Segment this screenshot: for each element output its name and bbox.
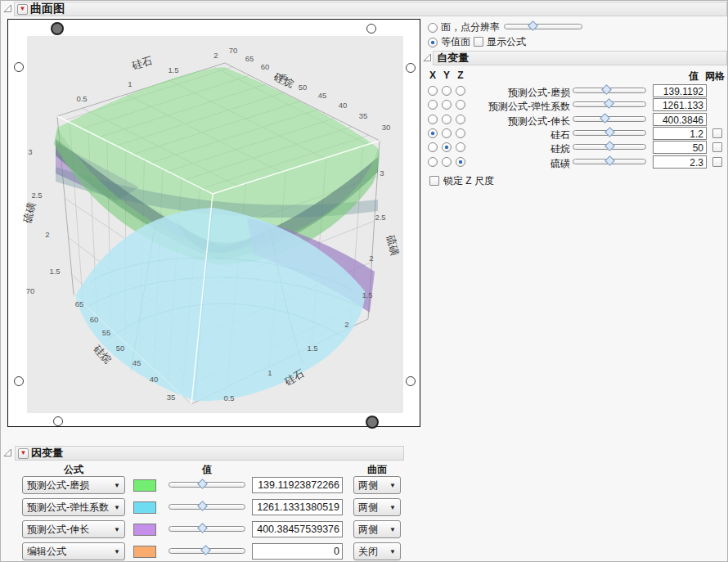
disclosure-triangle[interactable] <box>3 4 12 13</box>
z-radio[interactable] <box>456 86 465 96</box>
formula-dropdown[interactable]: 预测公式-伸长 ▼ <box>22 520 125 538</box>
red-triangle-menu-button[interactable]: ▼ <box>17 4 28 15</box>
lock-z-checkbox[interactable] <box>429 176 439 186</box>
dependent-disclosure-triangle[interactable] <box>3 448 12 457</box>
dependent-value-box[interactable]: 1261.1331380519 <box>252 499 343 515</box>
show-formula-checkbox[interactable] <box>474 37 483 47</box>
dependent-formula-row: 预测公式-弹性系数 ▼ 1261.1331380519 两侧 ▼ <box>1 498 420 518</box>
formula-dropdown-label: 预测公式-磨损 <box>27 479 110 492</box>
col-header-formula: 公式 <box>22 463 125 477</box>
plot-handle-left-upper[interactable] <box>14 62 24 72</box>
svg-text:2.5: 2.5 <box>375 213 385 222</box>
surface-color-swatch[interactable] <box>133 501 156 514</box>
variable-value-box[interactable]: 1261.133 <box>653 98 707 111</box>
x-radio[interactable] <box>428 128 438 138</box>
variable-value-box[interactable]: 1.2 <box>653 127 707 140</box>
dependent-value-slider[interactable] <box>169 479 245 491</box>
y-radio[interactable] <box>442 115 452 124</box>
variable-slider[interactable] <box>573 85 646 97</box>
variable-value-box[interactable]: 400.3846 <box>653 113 707 126</box>
grid-checkbox[interactable] <box>712 157 722 167</box>
plot-handle-left-lower[interactable] <box>14 376 24 386</box>
svg-text:1.5: 1.5 <box>362 290 372 299</box>
red-triangle-icon: ▼ <box>20 450 27 456</box>
svg-text:3: 3 <box>28 147 32 156</box>
x-radio[interactable] <box>428 100 438 110</box>
col-header-z: Z <box>455 70 466 81</box>
variable-label: 硅石 <box>470 128 570 142</box>
z-radio[interactable] <box>456 128 465 138</box>
surface-mode-dropdown[interactable]: 两侧 ▼ <box>353 476 401 494</box>
z-radio[interactable] <box>456 100 465 110</box>
independent-disclosure-triangle[interactable] <box>423 53 432 62</box>
surface-mode-label: 关闭 <box>358 545 386 559</box>
y-radio[interactable] <box>442 157 452 167</box>
dependent-value-slider[interactable] <box>169 501 245 513</box>
plot-handle-right-upper[interactable] <box>406 63 416 73</box>
isosurface-radio[interactable] <box>428 38 438 47</box>
variable-slider[interactable] <box>573 156 646 168</box>
surface-mode-dropdown[interactable]: 两侧 ▼ <box>353 498 401 516</box>
dependent-section-title: 因变量 <box>31 446 63 461</box>
resolution-radio[interactable] <box>428 23 438 33</box>
z-radio[interactable] <box>456 115 465 124</box>
surface-mode-dropdown[interactable]: 两侧 ▼ <box>353 520 401 538</box>
dependent-value-box[interactable]: 0 <box>252 543 343 560</box>
formula-dropdown-label: 预测公式-弹性系数 <box>27 501 110 515</box>
y-radio[interactable] <box>442 100 452 110</box>
svg-text:1.5: 1.5 <box>307 344 317 353</box>
z-radio[interactable] <box>456 142 465 152</box>
variable-slider[interactable] <box>573 128 646 139</box>
x-radio[interactable] <box>428 115 438 124</box>
plot-handle-bottom-left[interactable] <box>53 416 63 426</box>
svg-text:50: 50 <box>299 83 308 92</box>
y-radio[interactable] <box>442 128 452 138</box>
x-radio[interactable] <box>428 86 438 96</box>
x-radio[interactable] <box>428 157 438 167</box>
plot-handle-right-lower[interactable] <box>406 376 416 386</box>
svg-text:70: 70 <box>229 46 238 55</box>
plot-handle-filled-top-left[interactable] <box>51 22 64 35</box>
svg-text:0.5: 0.5 <box>223 393 234 402</box>
surface-color-swatch[interactable] <box>133 524 156 536</box>
variable-slider[interactable] <box>573 99 646 110</box>
surface-mode-dropdown[interactable]: 关闭 ▼ <box>353 542 401 560</box>
surface-color-swatch[interactable] <box>133 546 156 558</box>
variable-slider[interactable] <box>573 114 646 125</box>
chevron-down-icon: ▼ <box>389 526 396 533</box>
slider-thumb[interactable] <box>604 141 615 151</box>
dependent-value-slider[interactable] <box>169 546 245 557</box>
dependent-value-box[interactable]: 139.11923872266 <box>252 477 343 493</box>
resolution-label: 面，点分辨率 <box>441 20 500 34</box>
variable-value-box[interactable]: 2.3 <box>653 155 707 169</box>
surface-plot-3d[interactable]: 0.511.52硅石706560555045403530硅烷32.521.5硫磺… <box>8 20 420 426</box>
dependent-value-box[interactable]: 400.38457539376 <box>252 521 343 537</box>
variable-slider[interactable] <box>573 142 646 153</box>
svg-text:60: 60 <box>261 62 270 71</box>
formula-dropdown[interactable]: 编辑公式 ▼ <box>22 542 125 560</box>
slider-thumb[interactable] <box>604 98 614 109</box>
plot-handle-top-right[interactable] <box>366 24 376 34</box>
formula-dropdown-label: 编辑公式 <box>27 545 110 559</box>
variable-value-box[interactable]: 50 <box>653 141 707 154</box>
svg-text:1: 1 <box>128 79 132 88</box>
y-radio[interactable] <box>442 142 452 152</box>
grid-checkbox[interactable] <box>712 128 722 138</box>
independent-section-title: 自变量 <box>437 51 469 65</box>
z-radio[interactable] <box>456 157 465 167</box>
dependent-red-triangle-menu-button[interactable]: ▼ <box>18 448 29 459</box>
formula-dropdown[interactable]: 预测公式-磨损 ▼ <box>22 476 125 494</box>
variable-value-box[interactable]: 139.1192 <box>653 84 707 97</box>
grid-checkbox[interactable] <box>712 142 722 152</box>
surface-mode-label: 两侧 <box>358 523 386 537</box>
plot-handle-filled-bottom-right[interactable] <box>366 416 379 429</box>
dependent-value-slider[interactable] <box>169 524 245 535</box>
independent-variable-row: 预测公式-磨损 139.1192 <box>425 85 728 99</box>
surface-color-swatch[interactable] <box>133 479 156 492</box>
formula-dropdown[interactable]: 预测公式-弹性系数 ▼ <box>22 498 125 516</box>
x-radio[interactable] <box>428 142 438 152</box>
svg-text:2: 2 <box>213 51 218 60</box>
resolution-slider[interactable] <box>504 21 582 33</box>
y-radio[interactable] <box>442 86 452 96</box>
svg-text:2.5: 2.5 <box>31 191 42 200</box>
